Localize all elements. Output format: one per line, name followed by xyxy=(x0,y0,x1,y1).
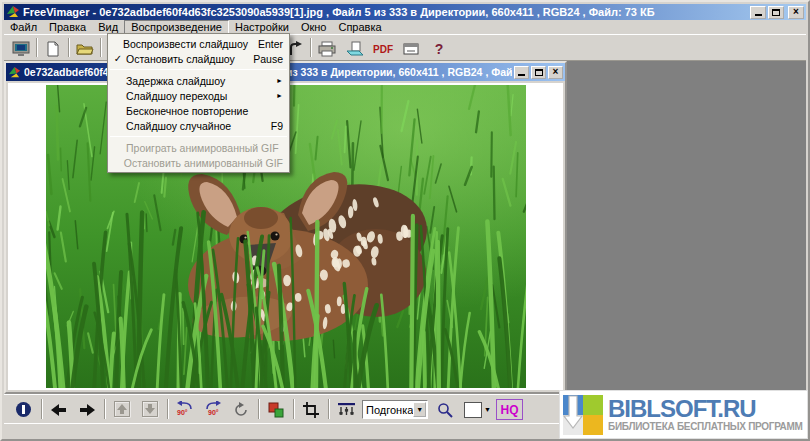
background-color-picker[interactable]: ▼ xyxy=(462,399,494,420)
rotate-right-90-icon: 90° xyxy=(203,401,223,418)
rotate-left-90-icon: 90° xyxy=(175,401,195,418)
toolbar-separator xyxy=(41,399,43,419)
biblsoft-watermark: BIBLSOFT.RU БИБЛИОТЕКА БЕСПЛАТНЫХ ПРОГРА… xyxy=(559,390,808,439)
previous-image-button[interactable] xyxy=(46,398,72,421)
svg-text:90°: 90° xyxy=(177,409,188,416)
new-file-button[interactable] xyxy=(40,37,66,60)
menu-item-stop-slideshow[interactable]: ✓ Остановить слайдшоу Pause xyxy=(108,51,289,66)
menu-playback[interactable]: Воспроизведение xyxy=(124,20,229,34)
print-icon xyxy=(318,41,336,57)
new-document-icon xyxy=(46,41,60,57)
menu-help[interactable]: Справка xyxy=(332,20,387,34)
fullscreen-button[interactable] xyxy=(8,37,34,60)
menu-separator xyxy=(110,69,287,70)
biblsoft-title: BIBLSOFT.RU xyxy=(608,397,803,421)
menu-separator xyxy=(110,136,287,137)
toolbar-separator xyxy=(100,38,102,57)
menu-item-endless-repeat[interactable]: Бесконечное повторение xyxy=(108,103,289,118)
menu-edit[interactable]: Правка xyxy=(43,20,92,34)
child-minimize-button[interactable] xyxy=(514,66,529,79)
pdf-button[interactable]: PDF xyxy=(370,37,396,60)
pdf-icon: PDF xyxy=(372,42,394,56)
monitor-icon xyxy=(12,41,30,57)
close-icon: × xyxy=(793,7,799,17)
rotate-right-button[interactable]: 90° xyxy=(200,398,226,421)
toolbar-separator xyxy=(36,38,38,57)
last-image-icon-disabled xyxy=(142,401,159,418)
submenu-arrow-icon: ► xyxy=(276,77,283,84)
close-button[interactable]: × xyxy=(788,6,804,19)
rotate-free-icon xyxy=(233,402,249,418)
child-close-button[interactable]: × xyxy=(548,66,563,79)
print-button[interactable] xyxy=(314,37,340,60)
child-app-icon xyxy=(8,66,21,79)
menu-item-slideshow-transitions[interactable]: Слайдшоу переходы ► xyxy=(108,88,289,103)
levels-button[interactable] xyxy=(333,398,359,421)
first-image-icon-disabled xyxy=(114,401,131,418)
help-icon: ? xyxy=(435,41,444,57)
rotate-free-button[interactable] xyxy=(228,398,254,421)
hq-toggle-button[interactable]: HQ xyxy=(496,399,523,420)
arrow-left-icon xyxy=(51,404,67,416)
open-folder-icon xyxy=(76,42,94,56)
svg-text:PDF: PDF xyxy=(373,44,393,55)
minimize-icon xyxy=(755,14,762,16)
scan-button[interactable] xyxy=(342,37,368,60)
toolbar-separator xyxy=(104,399,106,419)
maximize-button[interactable] xyxy=(768,6,784,19)
menu-window[interactable]: Окно xyxy=(295,20,333,34)
maximize-icon xyxy=(772,9,780,16)
magnifier-icon xyxy=(437,402,453,418)
minimize-icon xyxy=(518,74,525,76)
menu-item-play-slideshow[interactable]: Воспроизвести слайдшоу Enter xyxy=(108,36,289,51)
info-button[interactable] xyxy=(10,398,36,421)
close-icon: × xyxy=(553,67,559,77)
menu-settings[interactable]: Настройки xyxy=(229,20,295,34)
menu-file[interactable]: Файл xyxy=(4,20,43,34)
crop-icon xyxy=(303,402,319,418)
help-button[interactable]: ? xyxy=(426,37,452,60)
playback-menu-popup: Воспроизвести слайдшоу Enter ✓ Остановит… xyxy=(107,33,290,173)
resize-icon xyxy=(268,402,284,418)
biblsoft-logo-icon xyxy=(562,394,604,436)
swatch-arrow-icon: ▼ xyxy=(484,406,491,413)
menubar: Файл Правка Вид Воспроизведение Настройк… xyxy=(4,20,806,34)
menu-view[interactable]: Вид xyxy=(92,20,124,34)
svg-text:90°: 90° xyxy=(208,409,219,416)
toolbar-separator xyxy=(293,399,295,419)
combobox-dropdown-button[interactable]: ▼ xyxy=(413,402,426,417)
window-dialog-icon xyxy=(403,42,419,56)
arrow-right-icon xyxy=(79,404,95,416)
menu-item-play-gif: Проиграть анимированный GIF xyxy=(108,140,289,155)
open-file-button[interactable] xyxy=(72,37,98,60)
dropdown-arrow-icon: ▼ xyxy=(416,406,423,413)
last-image-button xyxy=(137,398,163,421)
window-dialog-button[interactable] xyxy=(398,37,424,60)
resize-button[interactable] xyxy=(263,398,289,421)
check-icon: ✓ xyxy=(110,53,126,64)
menu-item-slideshow-delay[interactable]: Задержка слайдшоу ► xyxy=(108,73,289,88)
minimize-button[interactable] xyxy=(750,6,766,19)
toolbar-separator xyxy=(167,399,169,419)
submenu-arrow-icon: ► xyxy=(276,92,283,99)
fit-mode-value: Подгонка xyxy=(363,404,413,416)
freevimager-window: FreeVimager - 0e732adbdef60f4d63fc325309… xyxy=(0,0,810,441)
fit-mode-combobox[interactable]: Подгонка ▼ xyxy=(362,400,428,419)
zoom-button[interactable] xyxy=(432,398,458,421)
levels-icon xyxy=(338,402,355,417)
scanner-icon xyxy=(346,41,364,57)
window-title: FreeVimager - 0e732adbdef60f4d63fc325309… xyxy=(23,6,748,18)
child-maximize-button[interactable] xyxy=(531,66,546,79)
app-icon xyxy=(6,5,20,19)
next-image-button[interactable] xyxy=(74,398,100,421)
maximize-icon xyxy=(535,69,543,76)
toolbar-separator xyxy=(328,399,330,419)
color-swatch xyxy=(464,402,482,418)
menu-item-random-slideshow[interactable]: Слайдшоу случайное F9 xyxy=(108,118,289,133)
crop-button[interactable] xyxy=(298,398,324,421)
toolbar-separator xyxy=(68,38,70,57)
first-image-button xyxy=(109,398,135,421)
rotate-left-button[interactable]: 90° xyxy=(172,398,198,421)
toolbar-separator xyxy=(310,38,312,57)
info-icon xyxy=(15,401,32,418)
